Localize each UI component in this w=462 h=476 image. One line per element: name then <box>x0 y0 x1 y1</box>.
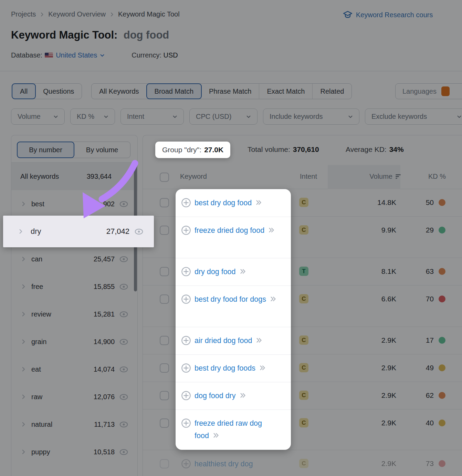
group-row-best[interactable]: best 902 <box>11 190 137 218</box>
group-row-natural[interactable]: natural 11,713 <box>11 411 137 438</box>
tab-related[interactable]: Related <box>312 84 351 99</box>
languages-button[interactable]: Languages <box>395 83 462 99</box>
add-keyword-icon[interactable] <box>181 198 191 208</box>
row-checkbox[interactable] <box>160 336 169 345</box>
breadcrumb-projects[interactable]: Projects <box>11 10 36 18</box>
tab-all[interactable]: All <box>12 83 36 99</box>
include-keywords-filter[interactable]: Include keywords <box>263 108 359 125</box>
chevron-right-icon[interactable] <box>20 256 27 262</box>
eye-icon[interactable] <box>119 392 128 402</box>
row-checkbox[interactable] <box>160 198 169 207</box>
select-all-checkbox[interactable] <box>160 173 169 182</box>
chevron-right-icon[interactable] <box>18 228 24 235</box>
by-volume-button[interactable]: By volume <box>74 142 130 158</box>
chevron-right-icon[interactable] <box>20 283 27 290</box>
eye-icon[interactable] <box>119 255 128 264</box>
row-checkbox[interactable] <box>160 459 169 468</box>
row-checkbox[interactable] <box>160 294 169 304</box>
volume-filter[interactable]: Volume <box>11 108 65 125</box>
group-row-raw[interactable]: raw 12,076 <box>11 383 137 411</box>
group-row-puppy[interactable]: puppy 10,518 <box>11 438 137 466</box>
row-checkbox[interactable] <box>160 363 169 373</box>
keyword-link[interactable]: dog food dry <box>195 392 236 400</box>
keyword-research-course-link[interactable]: Keyword Research cours <box>343 10 462 20</box>
volume-value: 14.8K <box>328 198 396 207</box>
column-header-keyword[interactable]: Keyword <box>180 173 207 180</box>
keyword-link[interactable]: air dried dog food <box>195 337 252 345</box>
kd-dot-icon <box>439 392 445 399</box>
eye-icon[interactable] <box>134 227 144 236</box>
eye-icon[interactable] <box>119 365 128 374</box>
group-row-can[interactable]: can 25,457 <box>11 245 137 273</box>
column-header-volume[interactable]: Volume <box>328 173 401 180</box>
volume-value: 2.9K <box>328 419 396 427</box>
keyword-link[interactable]: freeze dried raw dog food <box>195 419 262 440</box>
row-checkbox[interactable] <box>160 418 169 428</box>
add-keyword-icon[interactable] <box>181 418 191 428</box>
row-checkbox[interactable] <box>160 226 169 235</box>
tab-broad-match[interactable]: Broad Match <box>146 83 202 99</box>
keyword-link[interactable]: best dry dog foods <box>195 364 255 372</box>
add-keyword-icon[interactable] <box>181 267 191 277</box>
double-chevron-icon[interactable] <box>254 199 263 206</box>
column-header-intent[interactable]: Intent <box>300 173 317 180</box>
add-keyword-icon[interactable] <box>181 363 191 373</box>
add-keyword-icon[interactable] <box>181 335 191 345</box>
eye-icon[interactable] <box>119 199 128 209</box>
add-keyword-icon[interactable] <box>181 459 191 469</box>
chevron-right-icon[interactable] <box>20 339 27 345</box>
chevron-right-icon[interactable] <box>20 311 27 317</box>
tab-questions[interactable]: Questions <box>35 84 82 99</box>
group-row-dry[interactable]: dry 27,042 <box>3 216 154 247</box>
group-row-grain[interactable]: grain 14,900 <box>11 328 137 355</box>
group-row-eat[interactable]: eat 14,074 <box>11 355 137 383</box>
average-kd-stat: Average KD:34% <box>346 145 404 154</box>
keyword-link[interactable]: dry dog food <box>195 268 236 276</box>
chevron-right-icon[interactable] <box>20 366 27 372</box>
tab-phrase-match[interactable]: Phrase Match <box>201 84 259 99</box>
tab-all-keywords[interactable]: All Keywords <box>92 84 147 99</box>
double-chevron-icon[interactable] <box>239 392 248 399</box>
tab-exact-match[interactable]: Exact Match <box>259 84 312 99</box>
eye-icon[interactable] <box>119 337 128 346</box>
group-row-free[interactable]: free 15,855 <box>11 273 137 300</box>
double-chevron-icon[interactable] <box>258 364 267 372</box>
currency-label: Currency: USD <box>132 51 178 59</box>
group-list: All keywords 393,644 best 902 dry 27,042… <box>11 163 137 466</box>
chevron-right-icon[interactable] <box>20 421 27 427</box>
chevron-right-icon[interactable] <box>20 449 27 455</box>
by-number-button[interactable]: By number <box>17 142 74 158</box>
double-chevron-icon[interactable] <box>212 432 221 439</box>
keyword-link[interactable]: best dry food for dogs <box>195 295 266 303</box>
add-keyword-icon[interactable] <box>181 225 191 235</box>
row-checkbox[interactable] <box>160 391 169 400</box>
row-checkbox[interactable] <box>160 267 169 276</box>
database-select[interactable]: United States <box>56 51 105 59</box>
column-header-kd[interactable]: KD % <box>400 173 446 180</box>
table-header: Keyword Intent Volume KD % <box>143 165 462 189</box>
cpc-filter[interactable]: CPC (USD) <box>189 108 258 125</box>
eye-icon[interactable] <box>119 282 128 291</box>
add-keyword-icon[interactable] <box>181 391 191 401</box>
eye-icon[interactable] <box>119 310 128 319</box>
keyword-link[interactable]: healthiest dry dog <box>195 460 253 468</box>
keyword-link[interactable]: freeze dried dog food <box>195 226 264 235</box>
chevron-right-icon[interactable] <box>20 201 27 207</box>
eye-icon[interactable] <box>119 447 128 457</box>
double-chevron-icon[interactable] <box>255 337 264 344</box>
exclude-keywords-filter[interactable]: Exclude keywords <box>365 108 462 125</box>
breadcrumb-keyword-overview[interactable]: Keyword Overview <box>48 10 106 18</box>
keyword-link[interactable]: best dry dog food <box>195 199 252 207</box>
double-chevron-icon[interactable] <box>239 268 248 275</box>
double-chevron-icon[interactable] <box>269 295 278 303</box>
double-chevron-icon[interactable] <box>267 226 276 234</box>
intent-filter[interactable]: Intent <box>120 108 184 125</box>
volume-value: 9.9K <box>328 226 396 234</box>
group-row-review[interactable]: review 15,281 <box>11 300 137 328</box>
eye-icon[interactable] <box>119 420 128 429</box>
kd-filter[interactable]: KD % <box>70 108 115 125</box>
chevron-right-icon[interactable] <box>20 394 27 400</box>
kd-value: 40 <box>426 419 434 427</box>
add-keyword-icon[interactable] <box>181 294 191 304</box>
all-keywords-row[interactable]: All keywords 393,644 <box>11 163 137 190</box>
